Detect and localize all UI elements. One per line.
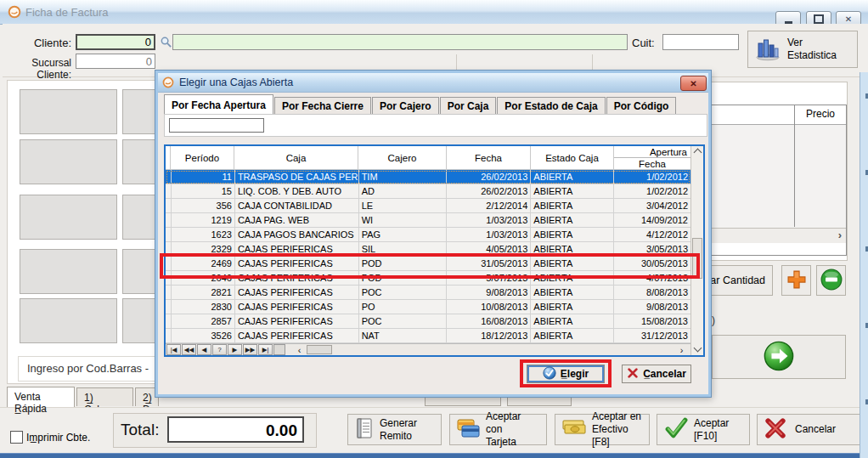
bottom-tab-0[interactable]: Venta R̲ápida xyxy=(7,387,75,407)
cliente-label: Cliente: xyxy=(0,37,71,49)
grid-cell: 9/08/2013 xyxy=(614,300,690,314)
filter-input[interactable] xyxy=(169,118,264,133)
grid-cell: 5/07/2013 xyxy=(447,271,531,285)
grid-cell: 31/05/2013 xyxy=(447,257,531,270)
nav-blank-button[interactable] xyxy=(273,344,285,355)
add-item-button[interactable] xyxy=(781,265,811,296)
grid-row[interactable]: 2646CAJAS PERIFERICASPOD5/07/2013ABIERTA… xyxy=(166,271,690,286)
grid-row[interactable]: 2329CAJAS PERIFERICASSIL4/05/2013ABIERTA… xyxy=(166,242,690,257)
grid-nav-button[interactable]: ▶ xyxy=(228,344,242,355)
grid-cell: LE xyxy=(359,199,448,212)
credit-card-icon xyxy=(457,418,480,441)
scroll-up-icon[interactable] xyxy=(694,149,702,157)
col-header-apertura[interactable]: Apertura Fecha xyxy=(614,146,690,169)
product-pad-button[interactable] xyxy=(20,139,117,184)
scroll-right-icon[interactable]: › xyxy=(838,229,842,241)
grid-cell: ABIERTA xyxy=(531,314,614,328)
aceptar-label: Aceptar [F10] xyxy=(694,417,742,443)
grid-cell: ABIERTA xyxy=(531,199,614,212)
grid-row-highlighted[interactable]: 2469CAJAS PERIFERICASPOD31/05/2013ABIERT… xyxy=(166,257,690,271)
sucursal-input[interactable] xyxy=(76,54,155,69)
col-header-periodo[interactable]: Período xyxy=(171,146,234,169)
cancelar-button[interactable]: Cancelar xyxy=(757,414,861,445)
remove-item-button[interactable] xyxy=(816,265,846,296)
grid-cell: ABIERTA xyxy=(531,329,614,342)
hscroll-thumb[interactable] xyxy=(307,345,332,354)
grid-cell: CAJAS PERIFERICAS xyxy=(235,286,359,299)
imprimir-checkbox[interactable] xyxy=(10,431,23,444)
grid-nav-button[interactable]: ▶| xyxy=(258,344,273,355)
red-x-icon xyxy=(764,417,786,442)
cliente-code-input[interactable] xyxy=(76,34,155,50)
grid-row[interactable]: 1623CAJA PAGOS BANCARIOSPAG1/03/2013ABIE… xyxy=(166,228,690,242)
scroll-down-icon[interactable] xyxy=(694,344,702,353)
grid-nav-button[interactable]: |◀ xyxy=(166,344,181,355)
col-header-caja[interactable]: Caja xyxy=(234,146,358,169)
col-header-cajero[interactable]: Cajero xyxy=(358,146,447,169)
product-pad-button[interactable] xyxy=(20,89,117,134)
grid-cell: TIM xyxy=(359,170,448,184)
grid-cell: ABIERTA xyxy=(531,228,614,241)
grid-cell xyxy=(166,184,172,198)
main-titlebar: Ficha de Factura xyxy=(0,0,868,25)
grid-cell: NAT xyxy=(359,329,448,342)
dialog-tab-5[interactable]: Por Código xyxy=(606,97,677,115)
col-header-estado[interactable]: Estado Caja xyxy=(531,146,614,169)
product-pad-button[interactable] xyxy=(20,195,117,240)
grid-cell: 356 xyxy=(172,199,235,212)
screen: Ficha de Factura ✕ Cliente: Cuit: Ver Es… xyxy=(0,0,868,458)
grid-row[interactable]: 3526CAJAS PERIFERICASNAT18/12/2013ABIERT… xyxy=(166,329,690,343)
aceptar-efectivo-label: Aceptar en Efectivo [F8] xyxy=(592,410,642,449)
search-icon[interactable] xyxy=(160,36,172,51)
grid-nav-button[interactable]: ◀ xyxy=(197,344,211,355)
grid-nav-button[interactable]: ? xyxy=(212,344,227,355)
aceptar-tarjeta-button[interactable]: Aceptar con Tarjeta xyxy=(449,414,547,445)
grid-nav-button[interactable]: ◀◀ xyxy=(182,344,196,355)
grid-row[interactable]: 11TRASPASO DE CAJAS PERTIM26/02/2013ABIE… xyxy=(166,170,690,184)
dialog-tab-1[interactable]: Por Fecha Cierre xyxy=(274,97,371,115)
grid-row[interactable]: 2821CAJAS PERIFERICASPOC9/08/2013ABIERTA… xyxy=(166,286,690,300)
hscroll-right-icon[interactable]: › xyxy=(674,344,689,355)
cliente-name-input[interactable] xyxy=(172,34,628,50)
grid-cell: ABIERTA xyxy=(531,271,614,285)
grid-nav-button[interactable]: ▶▶ xyxy=(243,344,257,355)
window-bottom-edge xyxy=(0,453,868,458)
green-check-icon xyxy=(664,416,688,443)
grid-row[interactable]: 1219CAJA PAG. WEBWI1/03/2013ABIERTA14/09… xyxy=(166,213,690,228)
vscroll-thumb[interactable] xyxy=(692,238,702,279)
grid-vscrollbar[interactable] xyxy=(690,146,703,355)
grid-row[interactable]: 2830CAJAS PERIFERICASPO10/08/2013ABIERTA… xyxy=(166,300,690,314)
grid-cell: CAJAS PERIFERICAS xyxy=(235,271,359,285)
dialog-tab-2[interactable]: Por Cajero xyxy=(372,97,439,115)
grid-row[interactable]: 15LIQ. COB. Y DEB. AUTOAD26/02/2013ABIER… xyxy=(166,184,690,199)
elegir-button[interactable]: E̲legir xyxy=(527,365,605,383)
col-header-fecha[interactable]: Fecha xyxy=(447,146,531,169)
dialog-cancelar-button[interactable]: C̲ancelar xyxy=(622,365,691,383)
dialog-tab-4[interactable]: Por Estado de Caja xyxy=(497,97,605,115)
grid-cell: CAJAS PERIFERICAS xyxy=(235,242,359,256)
product-pad-button[interactable] xyxy=(20,249,117,294)
ver-estadistica-button[interactable]: Ver Estadistica xyxy=(747,31,858,68)
bottom-tab-1[interactable]: 1̲) Cabecera xyxy=(76,387,133,406)
app-icon xyxy=(8,5,21,21)
cuit-input[interactable] xyxy=(662,34,739,50)
precio-column-header[interactable]: Precio xyxy=(794,105,847,120)
dialog-close-button[interactable]: ✕ xyxy=(680,76,707,91)
hscroll-left-icon[interactable]: ‹ xyxy=(292,344,307,355)
dialog-tab-0[interactable]: Por Fecha Apertura xyxy=(164,94,273,115)
dialog-tab-3[interactable]: Por Caja xyxy=(440,97,497,115)
grid-row[interactable]: 356CAJA CONTABILIDADLE2/12/2014ABIERTA3/… xyxy=(166,199,690,213)
elegir-label: E̲legir xyxy=(561,368,589,380)
go-button[interactable] xyxy=(712,335,846,379)
grid-cell: ABIERTA xyxy=(531,286,614,299)
aceptar-button[interactable]: Aceptar [F10] xyxy=(657,414,750,445)
grid-cell: CAJAS PERIFERICAS xyxy=(235,314,359,328)
grid-cell: POD xyxy=(359,271,448,285)
imprimir-label: Im̲primir Cbte. xyxy=(26,432,90,444)
product-pad-button[interactable] xyxy=(20,298,117,343)
grid-cell xyxy=(166,228,172,241)
generar-remito-button[interactable]: Generar Remito xyxy=(347,414,442,445)
aceptar-efectivo-button[interactable]: Aceptar en Efectivo [F8] xyxy=(555,414,650,445)
grid-nav-bar: |◀◀◀◀?▶▶▶▶| ‹ › xyxy=(166,343,690,355)
grid-row[interactable]: 2857CAJAS PERIFERICASPOC16/08/2013ABIERT… xyxy=(166,314,690,329)
